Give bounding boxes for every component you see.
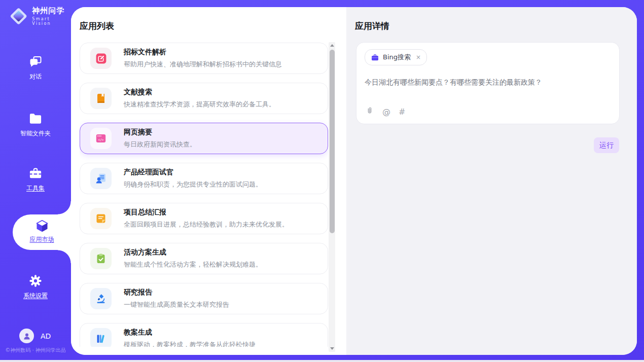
app-card-literature-search[interactable]: 文献搜索 快速精准查找学术资源，提高研究效率的必备工具。 <box>80 83 328 114</box>
brand-name: 神州问学 <box>32 7 71 15</box>
toolbox-icon <box>0 166 71 180</box>
sidebar-footer: ©神州数码 · 神州问学出品 <box>0 347 71 354</box>
app-window: 神州问学 Smart Vision 对话 智能文件夹 <box>0 0 644 360</box>
app-card-bid-analysis[interactable]: 招标文件解析 帮助用户快速、准确地理解和解析招标书中的关键信息 <box>80 43 328 74</box>
scroll-up-icon[interactable] <box>330 44 334 47</box>
content-panel: 应用列表 招标文件解析 帮助用户快速、准确地理解和解析招标书中的关键信息 <box>71 7 637 355</box>
run-button[interactable]: 运行 <box>594 137 619 153</box>
scrollbar-thumb[interactable] <box>330 50 335 233</box>
tool-chip-label: Bing搜索 <box>383 53 411 62</box>
app-title: 教案生成 <box>124 328 256 337</box>
books-icon <box>90 328 112 347</box>
sidebar-item-label: 应用市场 <box>30 235 54 244</box>
chat-icon <box>0 55 71 69</box>
sidebar-item-label: 工具集 <box>26 184 45 193</box>
app-description: 模板驱动，教案秒成，教学准备从此轻松快捷 <box>124 340 256 347</box>
webpage-code-icon: </> <box>90 128 112 149</box>
app-description: 快速精准查找学术资源，提高研究效率的必备工具。 <box>124 100 275 109</box>
sidebar-item-app-market[interactable]: 应用市场 <box>13 214 71 250</box>
interviewer-icon <box>90 168 112 189</box>
app-card-pm-interviewer[interactable]: 产品经理面试官 明确身份和职责，为您提供专业性的面试问题。 <box>80 163 328 194</box>
app-card-lesson-plan[interactable]: 教案生成 模板驱动，教案秒成，教学准备从此轻松快捷 <box>80 323 328 347</box>
person-icon <box>22 332 31 341</box>
briefcase-icon <box>371 53 379 62</box>
gear-icon <box>0 274 71 288</box>
bubble-curve-top <box>58 201 71 214</box>
app-title: 产品经理面试官 <box>124 168 262 177</box>
app-title: 项目总结汇报 <box>124 208 289 217</box>
app-list-title: 应用列表 <box>80 20 114 32</box>
app-title: 招标文件解析 <box>124 48 282 57</box>
svg-text:</>: </> <box>98 138 103 141</box>
prompt-card[interactable]: Bing搜索 × 今日湖北有哪些新闻要点？有哪些需要关注的最新政策？ @ # <box>356 42 620 124</box>
prompt-text[interactable]: 今日湖北有哪些新闻要点？有哪些需要关注的最新政策？ <box>365 78 611 87</box>
app-description: 智能生成个性化活动方案，轻松解决规划难题。 <box>124 260 262 269</box>
app-card-research-report[interactable]: 研究报告 一键智能生成高质量长文本研究报告 <box>80 283 328 314</box>
avatar <box>19 329 34 343</box>
bubble-curve-bottom <box>58 250 71 263</box>
mention-icon[interactable]: @ <box>382 107 390 117</box>
app-description: 全面回顾项目进展，总结经验教训，助力未来优化发展。 <box>124 220 289 229</box>
app-title: 文献搜索 <box>124 88 275 97</box>
edit-document-icon <box>90 48 112 69</box>
sidebar-item-label: 对话 <box>29 73 42 81</box>
sidebar-item-smart-folder[interactable]: 智能文件夹 <box>0 112 71 138</box>
clipboard-check-icon <box>90 248 112 269</box>
sidebar-item-label: 系统设置 <box>23 292 48 300</box>
user-account[interactable]: AD <box>19 329 51 343</box>
brand-subtitle: Smart Vision <box>32 17 71 26</box>
microscope-icon <box>90 288 112 309</box>
sidebar-item-label: 智能文件夹 <box>20 129 51 138</box>
hashtag-icon[interactable]: # <box>399 107 405 117</box>
book-icon <box>90 88 112 109</box>
app-title: 活动方案生成 <box>124 248 262 257</box>
app-detail-panel: 应用详情 Bing搜索 × 今日湖北有哪些新闻要点？有哪些需要关注的最新政策？ <box>346 7 637 355</box>
diamond-logo-icon <box>9 7 28 26</box>
app-title: 网页摘要 <box>124 128 196 137</box>
scroll-down-icon[interactable] <box>330 347 334 350</box>
app-list-panel: 应用列表 招标文件解析 帮助用户快速、准确地理解和解析招标书中的关键信息 <box>71 7 346 355</box>
composer-toolbar: @ # <box>365 106 405 117</box>
chip-close-icon[interactable]: × <box>416 54 421 61</box>
app-description: 一键智能生成高质量长文本研究报告 <box>124 300 229 309</box>
app-title: 研究报告 <box>124 288 229 297</box>
scrollbar[interactable] <box>329 42 335 352</box>
app-card-webpage-summary[interactable]: </> 网页摘要 每日政府新闻资讯快查。 <box>80 123 328 154</box>
app-card-activity-plan[interactable]: 活动方案生成 智能生成个性化活动方案，轻松解决规划难题。 <box>80 243 328 274</box>
sidebar-item-chat[interactable]: 对话 <box>0 55 71 81</box>
app-list: 招标文件解析 帮助用户快速、准确地理解和解析招标书中的关键信息 文献搜索 <box>80 43 328 347</box>
cube-icon <box>13 219 71 233</box>
tool-chip-bing-search[interactable]: Bing搜索 × <box>365 49 427 65</box>
sidebar: 神州问学 Smart Vision 对话 智能文件夹 <box>0 0 71 360</box>
app-card-project-summary[interactable]: 项目总结汇报 全面回顾项目进展，总结经验教训，助力未来优化发展。 <box>80 203 328 234</box>
user-name: AD <box>41 332 51 340</box>
app-description: 明确身份和职责，为您提供专业性的面试问题。 <box>124 180 262 189</box>
paperclip-icon[interactable] <box>365 106 374 117</box>
sidebar-item-toolset[interactable]: 工具集 <box>0 166 71 193</box>
app-description: 每日政府新闻资讯快查。 <box>124 140 196 149</box>
brand-logo: 神州问学 Smart Vision <box>9 7 71 26</box>
folder-icon <box>0 112 71 126</box>
app-detail-title: 应用详情 <box>355 20 389 32</box>
sticky-note-icon <box>90 208 112 229</box>
app-description: 帮助用户快速、准确地理解和解析招标书中的关键信息 <box>124 60 282 69</box>
sidebar-item-settings[interactable]: 系统设置 <box>0 274 71 300</box>
